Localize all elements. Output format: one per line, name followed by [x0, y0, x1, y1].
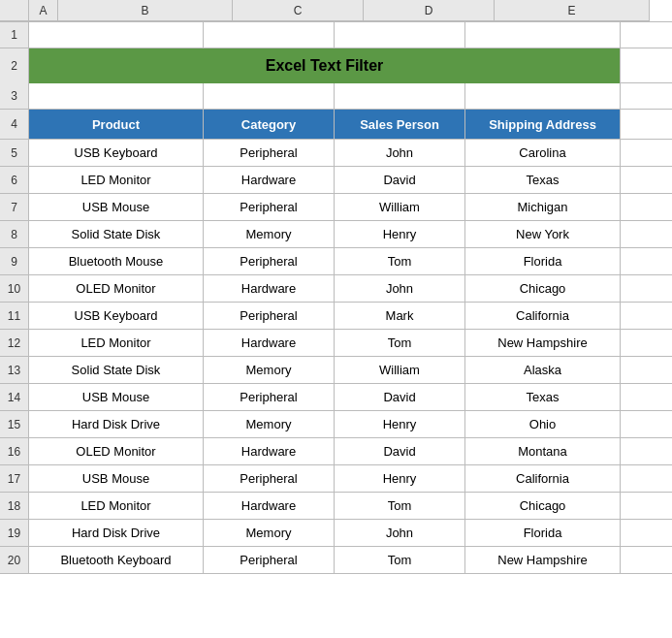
cell-15-shipping: Ohio: [465, 411, 621, 437]
cell-8-salesperson: Henry: [335, 221, 465, 247]
cell-11-salesperson: Mark: [335, 303, 465, 329]
row-num-17: 17: [0, 465, 29, 492]
cell-15-product: Hard Disk Drive: [29, 411, 204, 437]
col-header-e: E: [495, 0, 650, 21]
cell-19-salesperson: John: [335, 520, 465, 546]
row-num-16: 16: [0, 438, 29, 464]
row-14: 14 USB Mouse Peripheral David Texas: [0, 384, 672, 411]
cell-3e: [465, 83, 621, 109]
cell-20-category: Peripheral: [204, 547, 335, 573]
row-16: 16 OLED Monitor Hardware David Montana: [0, 438, 672, 465]
cell-13-salesperson: William: [335, 357, 465, 383]
cell-8-product: Solid State Disk: [29, 221, 204, 247]
cell-13-category: Memory: [204, 357, 335, 383]
cell-11-category: Peripheral: [204, 303, 335, 329]
row-12: 12 LED Monitor Hardware Tom New Hampshir…: [0, 330, 672, 357]
row-num-6: 6: [0, 167, 29, 193]
cell-18-product: LED Monitor: [29, 493, 204, 519]
col-header-c: C: [233, 0, 364, 21]
row-num-19: 19: [0, 520, 29, 546]
cell-12-salesperson: Tom: [335, 330, 465, 356]
cell-3c: [204, 83, 335, 109]
cell-16-product: OLED Monitor: [29, 438, 204, 464]
cell-15-salesperson: Henry: [335, 411, 465, 437]
cell-12-shipping: New Hampshire: [465, 330, 621, 356]
cell-19-product: Hard Disk Drive: [29, 520, 204, 546]
cell-20-product: Bluetooth Keyboard: [29, 547, 204, 573]
row-9: 9 Bluetooth Mouse Peripheral Tom Florida: [0, 248, 672, 275]
row-num-13: 13: [0, 357, 29, 383]
cell-3d: [335, 83, 465, 109]
row-17: 17 USB Mouse Peripheral Henry California: [0, 465, 672, 493]
column-headers: A B C D E: [0, 0, 672, 22]
cell-1e: [465, 22, 621, 48]
cell-19-shipping: Florida: [465, 520, 621, 546]
cell-3b: [29, 83, 204, 109]
cell-8-category: Memory: [204, 221, 335, 247]
cell-14-salesperson: David: [335, 384, 465, 410]
header-sales-person: Sales Person: [335, 110, 465, 139]
row-11: 11 USB Keyboard Peripheral Mark Californ…: [0, 303, 672, 330]
cell-20-shipping: New Hampshire: [465, 547, 621, 573]
header-category: Category: [204, 110, 335, 139]
corner-cell: [0, 0, 29, 21]
cell-5-shipping: Carolina: [465, 140, 621, 166]
data-rows: 5 USB Keyboard Peripheral John Carolina …: [0, 140, 672, 574]
cell-15-category: Memory: [204, 411, 335, 437]
title-cell: Excel Text Filter: [29, 48, 621, 83]
row-10: 10 OLED Monitor Hardware John Chicago: [0, 275, 672, 303]
cell-18-category: Hardware: [204, 493, 335, 519]
cell-9-salesperson: Tom: [335, 248, 465, 274]
cell-7-shipping: Michigan: [465, 194, 621, 220]
cell-13-product: Solid State Disk: [29, 357, 204, 383]
row-num-18: 18: [0, 493, 29, 519]
cell-1b: [29, 22, 204, 48]
row-num-9: 9: [0, 248, 29, 274]
row-num-20: 20: [0, 547, 29, 573]
col-header-d: D: [364, 0, 495, 21]
cell-6-product: LED Monitor: [29, 167, 204, 193]
row-5: 5 USB Keyboard Peripheral John Carolina: [0, 140, 672, 167]
row-num-14: 14: [0, 384, 29, 410]
cell-1d: [335, 22, 465, 48]
row-7: 7 USB Mouse Peripheral William Michigan: [0, 194, 672, 221]
cell-18-shipping: Chicago: [465, 493, 621, 519]
cell-17-category: Peripheral: [204, 465, 335, 492]
row-num-4: 4: [0, 110, 29, 139]
row-2-title: 2 Excel Text Filter: [0, 48, 672, 83]
cell-13-shipping: Alaska: [465, 357, 621, 383]
cell-20-salesperson: Tom: [335, 547, 465, 573]
row-18: 18 LED Monitor Hardware Tom Chicago: [0, 493, 672, 520]
cell-7-category: Peripheral: [204, 194, 335, 220]
cell-11-product: USB Keyboard: [29, 303, 204, 329]
cell-9-shipping: Florida: [465, 248, 621, 274]
cell-19-category: Memory: [204, 520, 335, 546]
cell-5-salesperson: John: [335, 140, 465, 166]
row-num-8: 8: [0, 221, 29, 247]
row-num-2: 2: [0, 48, 29, 83]
cell-14-product: USB Mouse: [29, 384, 204, 410]
row-num-11: 11: [0, 303, 29, 329]
cell-5-category: Peripheral: [204, 140, 335, 166]
row-1: 1: [0, 22, 672, 48]
cell-10-salesperson: John: [335, 275, 465, 302]
spreadsheet: A B C D E 1 2 Excel Text Filter 3: [0, 0, 672, 638]
row-num-1: 1: [0, 22, 29, 48]
row-15: 15 Hard Disk Drive Memory Henry Ohio: [0, 411, 672, 438]
row-num-15: 15: [0, 411, 29, 437]
header-product: Product: [29, 110, 204, 139]
cell-14-shipping: Texas: [465, 384, 621, 410]
cell-17-product: USB Mouse: [29, 465, 204, 492]
row-4-headers: 4 Product Category Sales Person Shipping…: [0, 110, 672, 140]
cell-6-salesperson: David: [335, 167, 465, 193]
row-num-3: 3: [0, 83, 29, 109]
cell-10-category: Hardware: [204, 275, 335, 302]
row-num-5: 5: [0, 140, 29, 166]
col-header-a: A: [29, 0, 58, 21]
cell-12-category: Hardware: [204, 330, 335, 356]
cell-6-category: Hardware: [204, 167, 335, 193]
row-19: 19 Hard Disk Drive Memory John Florida: [0, 520, 672, 547]
cell-8-shipping: New York: [465, 221, 621, 247]
cell-11-shipping: California: [465, 303, 621, 329]
row-num-7: 7: [0, 194, 29, 220]
